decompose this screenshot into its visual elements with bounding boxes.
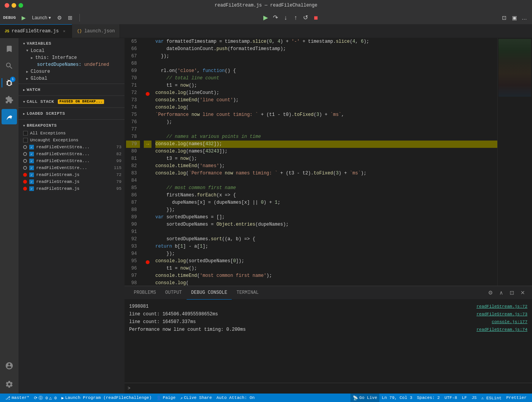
tab-close-readfilestream[interactable]: ✕ xyxy=(61,28,67,34)
continue-button[interactable]: ▶ xyxy=(261,13,270,22)
settings-button[interactable]: ⚙ xyxy=(55,13,64,22)
step-over-button[interactable]: ↷ xyxy=(271,13,280,22)
bp-circle-2 xyxy=(23,159,27,163)
errors-label: ⓪ 0 xyxy=(39,395,48,401)
line-number-89: 89 xyxy=(126,214,140,221)
breakpoints-header[interactable]: ▼ BREAKPOINTS xyxy=(19,121,125,130)
console-link-3[interactable]: readFileStream.js:74 xyxy=(443,326,527,333)
activity-search[interactable] xyxy=(2,58,17,74)
bp-item-6[interactable]: ✓ readFileStream.js 95 xyxy=(19,185,125,192)
restart-button[interactable]: ↺ xyxy=(301,13,310,22)
console-input[interactable] xyxy=(133,386,529,391)
tab-problems[interactable]: PROBLEMS xyxy=(129,286,161,300)
maximize-button[interactable] xyxy=(19,3,23,8)
code-line-81: t3 = now(); xyxy=(155,155,497,162)
close-panel-button[interactable]: ✕ xyxy=(518,288,527,297)
minimize-button[interactable] xyxy=(12,3,16,8)
callstack-header[interactable]: ▼ CALL STACK PAUSED ON BREAKP... xyxy=(19,97,125,106)
more-button[interactable]: … xyxy=(520,13,529,22)
tab-output[interactable]: OUTPUT xyxy=(161,286,187,300)
activity-remote[interactable] xyxy=(2,109,17,124)
all-exceptions-item[interactable]: All Exceptions xyxy=(19,130,125,137)
gutter-83 xyxy=(144,170,152,177)
status-line-ending[interactable]: LF xyxy=(460,394,469,402)
split-editor-button[interactable]: ⊡ xyxy=(500,13,509,22)
step-into-button[interactable]: ↓ xyxy=(281,13,290,22)
line-number-70: 70 xyxy=(126,75,140,82)
console-link-1[interactable]: readFileStream.js:73 xyxy=(443,310,527,318)
bp-item-3[interactable]: ✓ readFileEventStre... 115 xyxy=(19,164,125,171)
close-button[interactable] xyxy=(5,3,9,8)
code-line-66: dateDonationCount.push(formattedTimestam… xyxy=(155,45,497,53)
console-input-area: > xyxy=(125,383,532,394)
status-position[interactable]: Ln 79, Col 3 xyxy=(379,394,414,402)
watch-section: ▶ WATCH xyxy=(19,85,125,94)
minimap[interactable] xyxy=(497,38,532,286)
activity-account[interactable] xyxy=(2,358,17,374)
status-auto-attach[interactable]: Auto Attach: On xyxy=(214,394,257,402)
tab-launch[interactable]: {} launch.json xyxy=(72,24,120,38)
status-go-live[interactable]: 📡 Go Live xyxy=(350,394,379,402)
layout-button[interactable]: ▣ xyxy=(510,13,519,22)
bp-item-1[interactable]: ✓ readFileEventStrea... 82 xyxy=(19,151,125,157)
maximize-panel-button[interactable]: ⊡ xyxy=(507,288,517,297)
all-exceptions-checkbox[interactable] xyxy=(23,131,28,136)
status-language[interactable]: JS xyxy=(469,394,479,402)
step-out-button[interactable]: ↑ xyxy=(291,13,300,22)
status-encoding[interactable]: UTF-8 xyxy=(442,394,460,402)
bp-line-4: 72 xyxy=(116,173,121,177)
bp-item-2[interactable]: ✓ readFileEventStrea... 99 xyxy=(19,157,125,164)
variables-header[interactable]: ▼ VARIABLES xyxy=(19,38,125,47)
status-spaces[interactable]: Spaces: 2 xyxy=(415,394,442,402)
launch-config[interactable]: Launch ▾ xyxy=(30,14,53,22)
uncaught-exceptions-checkbox[interactable] xyxy=(23,138,28,142)
code-line-91 xyxy=(155,228,497,236)
bp-item-5[interactable]: ✓ readFileStream.js 79 xyxy=(19,178,125,185)
line-number-85: 85 xyxy=(126,184,140,192)
watch-header[interactable]: ▶ WATCH xyxy=(19,85,125,94)
stop-button[interactable]: ⏹ xyxy=(311,13,320,22)
status-debug[interactable]: ▶ Launch Program (readFileChallenge) xyxy=(59,394,154,402)
global-item[interactable]: ▶ Global xyxy=(19,75,125,82)
tab-debug-console[interactable]: DEBUG CONSOLE xyxy=(187,286,232,300)
code-line-92: sortedDupeNames.sort((a, b) => { xyxy=(155,236,497,243)
scripts-header[interactable]: ▶ LOADED SCRIPTS xyxy=(19,109,125,118)
local-item[interactable]: ▼ Local xyxy=(19,47,125,54)
language-label: JS xyxy=(471,395,476,400)
new-terminal-button[interactable]: ⊞ xyxy=(66,13,75,22)
toolbar-divider xyxy=(79,14,80,22)
activity-extensions[interactable] xyxy=(2,92,17,107)
status-sync[interactable]: ⟳ ⓪ 0 △ 0 xyxy=(32,394,59,402)
bp-item-0[interactable]: ✓ readFileEventStrea... 73 xyxy=(19,144,125,151)
tab-terminal[interactable]: TERMINAL xyxy=(232,286,263,300)
line-number-77: 77 xyxy=(126,126,140,133)
bp-item-4[interactable]: ✓ readFileStream.js 72 xyxy=(19,171,125,178)
line-number-69: 69 xyxy=(126,67,140,75)
status-eslint[interactable]: ⚠ ESLint xyxy=(479,394,504,402)
code-editor[interactable]: 6566676869707172737475767778798081828384… xyxy=(125,38,532,286)
code-content[interactable]: var formattedTimestamp = timestamp.slice… xyxy=(152,38,497,286)
status-live-share[interactable]: ↗ CLive Share xyxy=(178,394,214,402)
console-link-0[interactable]: readFileStream.js:72 xyxy=(443,303,527,310)
activity-explorer[interactable] xyxy=(2,41,17,57)
line-number-84: 84 xyxy=(126,177,140,184)
tab-readfilestream[interactable]: JS readFileStream.js ✕ xyxy=(0,24,72,38)
console-link-2[interactable]: console.js:177 xyxy=(443,318,527,326)
activity-debug[interactable]: 1 xyxy=(2,75,17,90)
gutter-68 xyxy=(144,60,152,67)
activity-settings[interactable] xyxy=(2,377,17,392)
status-user[interactable]: 👤 Paige xyxy=(154,394,178,402)
code-line-67: }); xyxy=(155,53,497,60)
status-branch[interactable]: ⎇ master* xyxy=(3,394,32,402)
line-number-90: 90 xyxy=(126,221,140,228)
right-toolbar-icons: ⊡ ▣ … xyxy=(500,13,529,22)
this-item[interactable]: ▶ this: Interface xyxy=(19,54,125,61)
filter-button[interactable]: ⚙ xyxy=(486,288,495,297)
scroll-up-button[interactable]: ∧ xyxy=(497,288,506,297)
status-prettier[interactable]: Prettier xyxy=(504,394,529,402)
code-line-86: firstNames.forEach(x => { xyxy=(155,192,497,199)
run-button[interactable]: ▶ xyxy=(19,13,28,22)
gutter-70 xyxy=(144,75,152,82)
closure-item[interactable]: ▶ Closure xyxy=(19,68,125,75)
uncaught-exceptions-item[interactable]: Uncaught Exceptions xyxy=(19,137,125,144)
